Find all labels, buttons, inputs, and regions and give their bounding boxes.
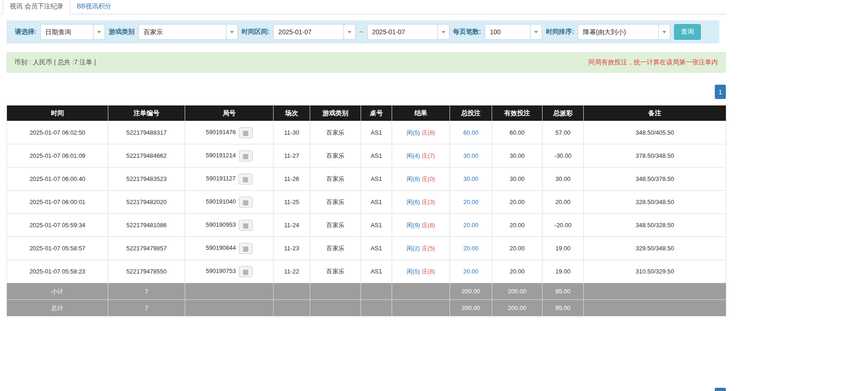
session-cell: 11-30 — [274, 121, 310, 144]
round-id: 590191476 — [206, 129, 236, 136]
result-banker: 庄(0) — [422, 175, 435, 182]
roadmap-icon[interactable]: ▦ — [239, 266, 253, 277]
session-cell: 11-24 — [274, 214, 310, 237]
tab-betting-records[interactable]: 视讯 会员下注纪录 — [3, 0, 70, 14]
date-to-input[interactable]: 2025-01-07 — [367, 24, 450, 40]
result-cell: 闲(4) 庄(7) — [392, 144, 450, 168]
column-header: 桌号 — [361, 106, 392, 121]
date-from-input[interactable]: 2025-01-07 — [273, 24, 356, 40]
payout-cell: -20.00 — [543, 214, 584, 237]
roadmap-icon[interactable]: ▦ — [239, 127, 253, 138]
bet-id-cell: 522179478550 — [108, 260, 185, 283]
total-bet-cell: 20.00 — [450, 214, 492, 237]
result-banker: 庄(8) — [422, 222, 435, 229]
bet-id-cell: 522179482020 — [108, 191, 185, 214]
time-cell: 2025-01-07 05:59:34 — [7, 214, 108, 237]
summary-empty-cell — [310, 300, 361, 317]
query-type-label: 请选择: — [15, 28, 37, 36]
page: 视讯 会员下注纪录 BB视讯积分 请选择: 日期查询 游戏类别 百家乐 时间区间… — [0, 0, 726, 317]
round-id-cell: 590191476▦ — [185, 121, 274, 144]
session-cell: 11-26 — [274, 168, 310, 191]
game-type-cell: 百家乐 — [310, 168, 361, 191]
total-bet-link[interactable]: 20.00 — [463, 222, 479, 229]
payout-cell: -30.00 — [543, 144, 584, 168]
table-body: 2025-01-07 06:02:50522179488317590191476… — [7, 121, 726, 317]
payout-cell: 19.00 — [543, 260, 584, 283]
result-banker: 庄(8) — [422, 268, 435, 275]
summary-empty-cell — [584, 283, 726, 300]
round-id-cell: 590190953▦ — [185, 214, 274, 237]
result-cell: 闲(2) 庄(5) — [392, 237, 450, 260]
pagination-page-1-button[interactable]: 1 — [715, 85, 726, 99]
result-banker: 庄(8) — [422, 129, 435, 136]
time-cell: 2025-01-07 05:58:23 — [7, 260, 108, 283]
game-type-cell: 百家乐 — [310, 144, 361, 168]
date-from-value: 2025-01-07 — [274, 25, 343, 39]
roadmap-icon[interactable]: ▦ — [239, 220, 253, 231]
game-type-select[interactable]: 百家乐 — [138, 24, 238, 40]
total-bet-link[interactable]: 20.00 — [463, 199, 479, 205]
bet-id-cell: 522179488317 — [108, 121, 185, 144]
column-header: 场次 — [274, 106, 310, 121]
summary-count: 7 — [108, 300, 185, 317]
total-bet-link[interactable]: 20.00 — [463, 245, 479, 252]
summary-empty-cell — [584, 300, 726, 317]
summary-valid-bet: 200.00 — [492, 300, 543, 317]
time-range-label: 时间区间: — [242, 28, 270, 36]
roadmap-icon[interactable]: ▦ — [239, 150, 253, 161]
chevron-down-icon — [343, 25, 355, 39]
total-bet-cell: 20.00 — [450, 237, 492, 260]
bet-id-cell: 522179481086 — [108, 214, 185, 237]
result-banker: 庄(5) — [422, 245, 435, 252]
roadmap-icon[interactable]: ▦ — [239, 197, 253, 208]
summary-empty-cell — [310, 283, 361, 300]
date-to-value: 2025-01-07 — [368, 25, 437, 39]
result-cell: 闲(6) 庄(3) — [392, 191, 450, 214]
result-cell: 闲(5) 庄(8) — [392, 121, 450, 144]
summary-count: 7 — [108, 283, 185, 300]
tab-bb-video-points[interactable]: BB视讯积分 — [70, 0, 118, 14]
roadmap-icon[interactable]: ▦ — [239, 243, 253, 254]
payout-cell: 20.00 — [543, 191, 584, 214]
table-row: 2025-01-07 06:00:40522179483523590191127… — [7, 168, 726, 191]
note-cell: 378.50/348.50 — [584, 144, 726, 168]
currency-total-summary: 币别 : 人民币 | 总共 :7 注单 | — [14, 58, 96, 67]
table-no-cell: AS1 — [361, 144, 392, 168]
pagination-page-1-button-bottom[interactable] — [715, 388, 726, 391]
valid-bet-cell: 60.00 — [492, 121, 543, 144]
result-player: 闲(6) — [406, 199, 420, 205]
note-cell: 348.50/378.50 — [584, 168, 726, 191]
tab-bar: 视讯 会员下注纪录 BB视讯积分 — [0, 0, 726, 14]
column-header: 游戏类别 — [310, 106, 361, 121]
round-id-cell: 590191214▦ — [185, 144, 274, 168]
total-bet-link[interactable]: 20.00 — [463, 268, 479, 275]
search-button[interactable]: 查询 — [674, 24, 701, 40]
filter-bar: 请选择: 日期查询 游戏类别 百家乐 时间区间: 2025-01-07 ~ 20… — [6, 20, 719, 43]
round-id-cell: 590190844▦ — [185, 237, 274, 260]
game-type-cell: 百家乐 — [310, 214, 361, 237]
round-id: 590191127 — [206, 175, 236, 182]
total-bet-link[interactable]: 30.00 — [463, 175, 479, 182]
range-separator: ~ — [359, 28, 363, 36]
chevron-down-icon — [93, 25, 105, 39]
summary-row: 小计7200.00200.0095.00 — [7, 283, 726, 300]
summary-empty-cell — [274, 300, 310, 317]
valid-bet-notice: 同局有效投注，统一计算在该局第一张注单内 — [588, 58, 718, 67]
chevron-down-icon — [658, 25, 670, 39]
roadmap-icon[interactable]: ▦ — [238, 174, 252, 185]
note-cell: 348.50/328.50 — [584, 214, 726, 237]
summary-info-bar: 币别 : 人民币 | 总共 :7 注单 | 同局有效投注，统一计算在该局第一张注… — [6, 52, 726, 73]
table-row: 2025-01-07 05:58:23522179478550590190753… — [7, 260, 726, 283]
valid-bet-cell: 20.00 — [492, 260, 543, 283]
query-type-select[interactable]: 日期查询 — [40, 24, 105, 40]
round-id: 590190953 — [206, 221, 236, 228]
payout-cell: 30.00 — [543, 168, 584, 191]
summary-row: 总计7200.00200.0095.00 — [7, 300, 726, 317]
summary-valid-bet: 200.00 — [492, 283, 543, 300]
time-sort-label: 时间排序: — [546, 28, 574, 36]
total-bet-link[interactable]: 60.00 — [463, 129, 479, 136]
page-size-select[interactable]: 100 — [485, 24, 542, 40]
time-sort-select[interactable]: 降幂(由大到小) — [578, 24, 670, 40]
total-bet-link[interactable]: 30.00 — [463, 152, 479, 159]
bet-id-cell: 522179479857 — [108, 237, 185, 260]
